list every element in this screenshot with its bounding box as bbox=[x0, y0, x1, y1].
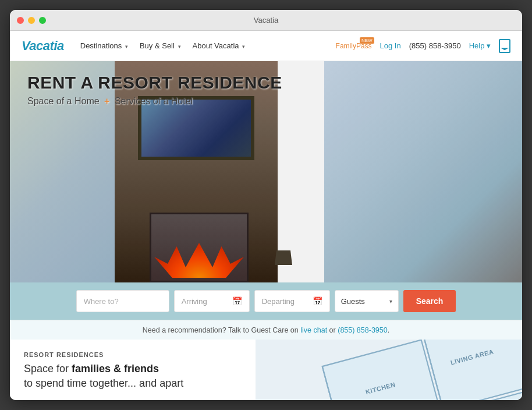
arriving-label: Arriving bbox=[182, 297, 207, 306]
departing-label: Departing bbox=[262, 297, 295, 306]
window-controls bbox=[17, 17, 46, 24]
hero-subtitle-part1: Space of a Home bbox=[27, 96, 100, 106]
floorplan: KITCHEN LIVING AREA BATHROOM BATH ROOM bbox=[256, 340, 522, 400]
guests-label: Guests bbox=[341, 297, 365, 306]
info-bar: Need a recommendation? Talk to Guest Car… bbox=[10, 320, 522, 340]
title-bar: Vacatia bbox=[10, 10, 522, 31]
help-link[interactable]: Help ▾ bbox=[469, 41, 491, 50]
phone-number: (855) 858-3950 bbox=[409, 41, 461, 50]
hero-section: RENT A RESORT RESIDENCE Space of a Home … bbox=[10, 61, 522, 282]
live-chat-link[interactable]: live chat bbox=[300, 326, 327, 334]
hero-title: RENT A RESORT RESIDENCE bbox=[27, 73, 282, 93]
calendar-icon: 📅 bbox=[232, 296, 242, 306]
bottom-left: RESORT RESIDENCES Space for families & f… bbox=[10, 340, 256, 400]
nav-destinations[interactable]: Destinations ▾ bbox=[76, 39, 133, 52]
floorplan-svg: KITCHEN LIVING AREA BATHROOM BATH ROOM bbox=[256, 340, 522, 400]
hero-subtitle: Space of a Home + Services of a Hotel bbox=[27, 96, 282, 107]
nav-buy-sell[interactable]: Buy & Sell ▾ bbox=[135, 39, 186, 52]
maximize-button[interactable] bbox=[39, 17, 46, 24]
family-pass-link[interactable]: FamilyPass NEW bbox=[336, 42, 372, 50]
desc-part2: to spend time together... and apart bbox=[24, 377, 183, 389]
hero-text: RENT A RESORT RESIDENCE Space of a Home … bbox=[27, 73, 282, 107]
chevron-down-icon: ▾ bbox=[125, 44, 128, 50]
hero-subtitle-part2: Services of a Hotel bbox=[115, 96, 193, 106]
chevron-down-icon: ▾ bbox=[487, 41, 491, 50]
hero-plus-icon: + bbox=[104, 96, 109, 106]
search-bar: Where to? Arriving 📅 Departing 📅 Guests … bbox=[10, 282, 522, 320]
close-button[interactable] bbox=[17, 17, 24, 24]
section-label: RESORT RESIDENCES bbox=[24, 351, 242, 358]
page-title: Vacatia bbox=[254, 16, 278, 24]
floorplan-section: KITCHEN LIVING AREA BATHROOM BATH ROOM bbox=[256, 340, 522, 400]
desc-part1: Space for bbox=[24, 363, 69, 374]
info-text: Need a recommendation? Talk to Guest Car… bbox=[143, 326, 299, 334]
where-to-input[interactable]: Where to? bbox=[76, 290, 169, 312]
browser-window: Vacatia Vacatia Destinations ▾ Buy & Sel… bbox=[10, 10, 522, 400]
desc-bold: families & friends bbox=[72, 363, 159, 374]
chevron-down-icon: ▾ bbox=[242, 44, 245, 50]
login-link[interactable]: Log In bbox=[380, 41, 401, 50]
bottom-section: RESORT RESIDENCES Space for families & f… bbox=[10, 340, 522, 400]
navbar: Vacatia Destinations ▾ Buy & Sell ▾ Abou… bbox=[10, 31, 522, 61]
section-description: Space for families & friends to spend ti… bbox=[24, 362, 242, 391]
info-period: . bbox=[388, 326, 389, 334]
bookmark-icon[interactable] bbox=[499, 39, 510, 53]
search-button[interactable]: Search bbox=[403, 290, 456, 312]
logo[interactable]: Vacatia bbox=[22, 38, 64, 54]
where-placeholder: Where to? bbox=[84, 297, 119, 306]
minimize-button[interactable] bbox=[28, 17, 35, 24]
page-content: Vacatia Destinations ▾ Buy & Sell ▾ Abou… bbox=[10, 31, 522, 400]
nav-right: FamilyPass NEW Log In (855) 858-3950 Hel… bbox=[336, 39, 510, 53]
guests-selector[interactable]: Guests ▾ bbox=[335, 290, 399, 312]
family-pass-badge: NEW bbox=[360, 37, 374, 44]
svg-rect-2 bbox=[421, 340, 522, 400]
info-or: or bbox=[329, 326, 336, 334]
nav-about[interactable]: About Vacatia ▾ bbox=[188, 39, 250, 52]
chevron-down-icon: ▾ bbox=[178, 44, 181, 50]
nav-links: Destinations ▾ Buy & Sell ▾ About Vacati… bbox=[76, 39, 336, 52]
info-phone-link[interactable]: (855) 858-3950 bbox=[338, 326, 387, 334]
arriving-input[interactable]: Arriving 📅 bbox=[174, 290, 250, 312]
departing-input[interactable]: Departing 📅 bbox=[254, 290, 330, 312]
chevron-down-icon: ▾ bbox=[389, 298, 392, 305]
calendar-icon: 📅 bbox=[313, 296, 322, 306]
